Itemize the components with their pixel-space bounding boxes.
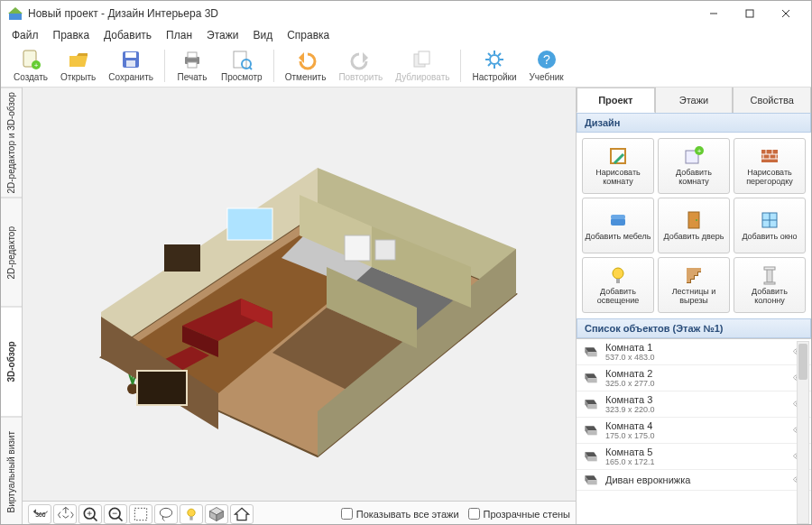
menu-план[interactable]: План [159, 27, 199, 43]
close-button[interactable] [768, 1, 804, 26]
view-tab-2[interactable]: 3D-обзор [1, 307, 22, 417]
object-row[interactable]: Комната 1537.0 x 483.0👁 [577, 339, 811, 365]
view-tab-3[interactable]: Виртуальный визит [1, 417, 22, 526]
object-row[interactable]: Комната 5165.0 x 172.1👁 [577, 444, 811, 470]
draw-room-icon [607, 145, 629, 167]
settings-icon [484, 49, 505, 70]
dup-icon [411, 49, 433, 70]
minimize-button[interactable] [696, 1, 732, 26]
svg-point-87 [696, 219, 697, 221]
menu-вид[interactable]: Вид [245, 27, 280, 43]
svg-line-29 [488, 63, 491, 66]
view-tabs: 2D-редактор и 3D-обзор2D-редактор3D-обзо… [1, 88, 23, 525]
view-pan-button[interactable] [53, 504, 77, 524]
view-cube-button[interactable] [205, 504, 228, 524]
titlebar: Новый проект - Дизайн Интерьера 3D [1, 1, 811, 26]
tool-furniture[interactable]: Добавить мебель [582, 198, 654, 253]
tool-column[interactable]: Добавить колонну [734, 257, 806, 313]
object-row[interactable]: Диван еврокнижка👁 [577, 470, 811, 491]
menu-правка[interactable]: Правка [46, 27, 97, 43]
tool-door[interactable]: Добавить дверь [658, 198, 730, 253]
object-row[interactable]: Комната 4175.0 x 175.0👁 [577, 418, 811, 444]
tool-draw-room[interactable]: Нарисовать комнату [582, 138, 654, 194]
toolbar-undo-button[interactable]: Отменить [280, 47, 332, 84]
object-icon [582, 449, 600, 464]
undo-icon [295, 49, 317, 70]
toolbar-settings-button[interactable]: Настройки [466, 47, 521, 84]
check-all-floors-checkbox[interactable]: Показывать все этажи [341, 508, 459, 520]
toolbar-print-button[interactable]: Печать [171, 47, 214, 84]
tool-window[interactable]: Добавить окно [734, 198, 806, 253]
menu-справка[interactable]: Справка [280, 27, 337, 43]
svg-rect-13 [188, 52, 197, 58]
tool-stairs[interactable]: Лестницы и вырезы [658, 257, 730, 313]
svg-rect-49 [227, 208, 272, 240]
object-icon [582, 345, 600, 359]
maximize-button[interactable] [732, 1, 768, 26]
add-room-icon: + [683, 145, 705, 167]
toolbar-new-button[interactable]: +Создать [8, 47, 53, 84]
svg-rect-95 [764, 282, 775, 284]
help-icon: ? [536, 49, 558, 70]
panel-tab-этажи[interactable]: Этажи [655, 88, 734, 113]
tool-add-room[interactable]: +Добавить комнату [658, 138, 730, 194]
view-tab-1[interactable]: 2D-редактор [1, 198, 22, 308]
svg-rect-64 [134, 508, 146, 520]
3d-canvas[interactable] [23, 88, 576, 501]
svg-line-58 [93, 517, 97, 520]
svg-rect-85 [611, 215, 625, 219]
light-icon [607, 264, 629, 286]
svg-rect-10 [125, 52, 136, 58]
view-zoom-in-button[interactable] [78, 504, 102, 524]
panel-tab-проект[interactable]: Проект [577, 88, 655, 113]
main-toolbar: +СоздатьОткрытьСохранитьПечатьПросмотрОт… [1, 44, 811, 88]
print-icon [181, 49, 203, 70]
toolbar-open-button[interactable]: Открыть [55, 47, 101, 84]
svg-rect-86 [688, 212, 699, 228]
svg-point-65 [160, 508, 171, 517]
svg-line-27 [488, 53, 491, 56]
object-row[interactable]: Комната 3323.9 x 220.0👁 [577, 391, 811, 418]
view-zoom-out-button[interactable] [104, 504, 127, 524]
svg-marker-104 [588, 404, 597, 409]
check-transparent-checkbox[interactable]: Прозрачные стены [468, 508, 570, 520]
menu-добавить[interactable]: Добавить [97, 27, 159, 43]
menu-bar: ФайлПравкаДобавитьПланЭтажиВидСправка [1, 26, 811, 44]
svg-rect-92 [616, 279, 620, 283]
svg-point-22 [490, 55, 499, 64]
tool-wall[interactable]: Нарисовать перегородку [734, 138, 806, 194]
svg-marker-107 [588, 430, 597, 435]
object-icon [582, 473, 600, 487]
view-light-button[interactable] [180, 504, 203, 524]
object-row[interactable]: Комната 2325.0 x 277.0👁 [577, 365, 811, 391]
toolbar-preview-button[interactable]: Просмотр [216, 47, 268, 84]
svg-rect-54 [137, 371, 187, 405]
view-360-button[interactable]: 360 [28, 504, 51, 524]
svg-rect-50 [345, 235, 370, 261]
panel-tab-свойства[interactable]: Свойства [733, 88, 811, 113]
view-lasso-button[interactable] [154, 504, 178, 524]
svg-line-62 [118, 517, 122, 520]
menu-файл[interactable]: Файл [5, 27, 46, 43]
object-icon [582, 423, 600, 438]
toolbar-save-button[interactable]: Сохранить [103, 47, 159, 84]
new-icon: + [20, 49, 42, 70]
view-home-button[interactable] [230, 504, 254, 524]
toolbar-dup-button: Дублировать [390, 47, 455, 84]
object-list[interactable]: Комната 1537.0 x 483.0👁Комната 2325.0 x … [577, 338, 811, 525]
view-marquee-button[interactable] [129, 504, 152, 524]
svg-marker-113 [588, 480, 597, 484]
svg-marker-71 [235, 508, 249, 520]
menu-этажи[interactable]: Этажи [199, 27, 245, 43]
toolbar-help-button[interactable]: ?Учебник [524, 47, 569, 84]
svg-text:+: + [34, 61, 39, 69]
save-icon [120, 49, 142, 70]
svg-rect-14 [188, 62, 197, 68]
view-toolbar: 360 Показывать все этажи Прозрачные стен… [23, 501, 576, 525]
scrollbar[interactable] [797, 341, 809, 524]
svg-line-30 [498, 53, 501, 56]
stairs-icon [683, 264, 705, 286]
tool-light[interactable]: Добавить освещение [582, 257, 654, 313]
column-icon [759, 264, 780, 286]
view-tab-0[interactable]: 2D-редактор и 3D-обзор [1, 88, 22, 198]
